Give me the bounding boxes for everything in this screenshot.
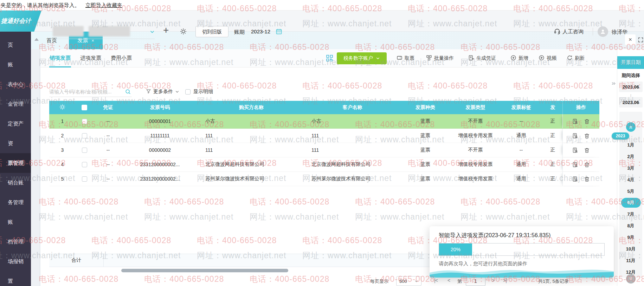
- select-all-checkbox[interactable]: [82, 105, 87, 110]
- search-input[interactable]: [49, 86, 132, 97]
- table-row[interactable]: 5 -- 2331200000002... 苏州莱尔微波技术有限公司 苏州莱尔微…: [49, 172, 599, 186]
- sidebar-item[interactable]: 资: [0, 134, 31, 153]
- sidebar-item[interactable]: 页: [0, 35, 31, 55]
- subtab-expense-receipt[interactable]: 费用小票: [110, 49, 132, 67]
- table-row[interactable]: 3 -- 00000002 111 111 蓝票 不开票 -- 正: [49, 143, 599, 157]
- video-button[interactable]: 视频: [539, 49, 556, 67]
- month-item[interactable]: 6月: [621, 198, 641, 208]
- sidebar-scroll-up-icon[interactable]: [34, 38, 39, 41]
- settings-gear-icon[interactable]: [180, 28, 187, 36]
- gear-icon[interactable]: [59, 104, 65, 111]
- row-checkbox[interactable]: [82, 133, 87, 138]
- tax-digital-account-button[interactable]: 税务数字账户: [337, 52, 387, 64]
- month-item[interactable]: 2月: [621, 151, 641, 162]
- more-filters-button[interactable]: 更多条件: [146, 86, 179, 97]
- view-voucher-icon[interactable]: [572, 162, 578, 168]
- row-select-cell: [76, 114, 93, 128]
- prev-page-button[interactable]: <: [447, 278, 450, 283]
- row-checkbox[interactable]: [82, 148, 87, 153]
- search-icon[interactable]: [125, 89, 131, 96]
- view-voucher-icon[interactable]: [572, 118, 578, 124]
- table-row[interactable]: 2 -- 11111111 111 111 蓝票 增值税专用发票 通用 正: [49, 129, 599, 143]
- generate-voucher-button[interactable]: 生成凭证: [468, 49, 496, 67]
- row-invoice-type: 不开票: [452, 143, 499, 157]
- company-dropdown-chevron-icon[interactable]: [149, 29, 155, 37]
- view-voucher-icon[interactable]: [572, 147, 578, 153]
- row-checkbox[interactable]: [82, 162, 87, 167]
- show-detail-checkbox[interactable]: [185, 89, 191, 95]
- sidebar-item[interactable]: 置: [0, 271, 31, 286]
- row-checkbox[interactable]: [82, 176, 87, 182]
- invoice-table: 凭证 发票号码 购买方名称 客户名称 发票种类 发票类型 发票标签 发 操作 1…: [49, 101, 599, 186]
- sidebar-item[interactable]: 定资产: [0, 114, 31, 134]
- column-settings-header[interactable]: [49, 101, 76, 114]
- sidebar-item[interactable]: 金管理: [0, 94, 31, 114]
- fullscreen-icon[interactable]: [638, 37, 644, 44]
- month-item[interactable]: 9月: [621, 232, 641, 243]
- view-voucher-icon[interactable]: [572, 176, 578, 182]
- close-icon[interactable]: ×: [625, 34, 636, 45]
- sidebar-item[interactable]: 档管理: [0, 232, 31, 252]
- fetch-invoice-label: 取票: [405, 55, 414, 61]
- table-row[interactable]: 1 -- 00000001 小古 小古 蓝票 不开票 -- 正: [49, 114, 599, 129]
- browser-bookmark-bar: 夹是空的，请从其他浏览器导入。立即导入收藏夹: [0, 0, 644, 11]
- sidebar-item[interactable]: 表中心: [0, 74, 31, 94]
- range-end-box[interactable]: 2023.06: [619, 97, 643, 108]
- support-button[interactable]: 人工咨询: [554, 28, 584, 35]
- last-page-button[interactable]: >|: [503, 278, 507, 283]
- months-scroll-down-icon[interactable]: [626, 274, 636, 284]
- months-scroll-up-icon[interactable]: [626, 122, 636, 132]
- invoice-date-button[interactable]: 开票日期: [617, 56, 644, 69]
- toast-title: 智能导入进项发票(2023-06-27 19:31:56.835): [439, 232, 550, 239]
- month-item[interactable]: 5月: [621, 186, 641, 197]
- month-item[interactable]: 11月: [621, 255, 641, 266]
- add-account-button[interactable]: +: [163, 25, 169, 36]
- next-page-button[interactable]: >: [492, 278, 494, 283]
- row-invoice-no: 2331200000002...: [123, 157, 197, 171]
- fetch-invoice-button[interactable]: 取票: [397, 49, 414, 67]
- first-page-button[interactable]: |<: [434, 278, 438, 283]
- horizontal-scrollbar[interactable]: [121, 269, 288, 272]
- switch-old-version-button[interactable]: 切到旧版: [195, 26, 228, 37]
- sidebar-item[interactable]: 票管理: [0, 153, 31, 173]
- month-item[interactable]: 10月: [621, 243, 641, 255]
- batch-operation-label: 批量操作: [434, 55, 454, 61]
- row-customer: 小古: [306, 114, 399, 128]
- batch-operation-button[interactable]: 批量操作: [426, 49, 454, 67]
- period-value[interactable]: 2023-12: [251, 28, 270, 34]
- range-start-box[interactable]: 2023.06: [619, 82, 643, 92]
- delete-icon[interactable]: [584, 133, 590, 139]
- row-invoice-no: 00000002: [123, 143, 197, 157]
- sidebar-item[interactable]: 务管理: [0, 193, 31, 212]
- subtab-sales-invoice[interactable]: 销项发票: [49, 49, 71, 67]
- table-row[interactable]: 4 -- 2331200000002... 北京微波网超科技有限公司 北京微波网…: [49, 157, 599, 172]
- avatar[interactable]: [598, 26, 608, 37]
- period-select-label: 期间选择: [617, 72, 644, 79]
- month-item[interactable]: 8月: [621, 220, 641, 232]
- ticket-icon: [397, 55, 402, 62]
- row-checkbox[interactable]: [82, 119, 87, 124]
- user-name[interactable]: 徐泽华: [612, 29, 627, 35]
- import-bookmarks-link[interactable]: 立即导入收藏夹: [85, 2, 122, 8]
- delete-icon[interactable]: [584, 147, 590, 153]
- qr-code-icon[interactable]: [326, 54, 333, 63]
- sidebar-item[interactable]: 账: [0, 212, 31, 232]
- calendar-icon[interactable]: [276, 28, 282, 36]
- page-number-input[interactable]: [466, 276, 485, 286]
- sidebar-item[interactable]: 场报销: [0, 252, 31, 271]
- delete-icon[interactable]: [584, 162, 590, 168]
- panel-collapse-icon[interactable]: »: [612, 80, 616, 86]
- month-item[interactable]: 7月: [621, 208, 641, 220]
- sidebar-item[interactable]: 销台账: [0, 173, 31, 193]
- sidebar-item[interactable]: 账: [0, 55, 31, 74]
- delete-icon[interactable]: [584, 118, 590, 124]
- subtab-input-invoice[interactable]: 进项发票: [80, 49, 102, 67]
- month-item[interactable]: 4月: [621, 174, 641, 186]
- add-new-button[interactable]: 新增: [510, 49, 528, 67]
- refresh-button[interactable]: 刷新: [567, 49, 585, 67]
- view-voucher-icon[interactable]: [572, 133, 578, 139]
- month-item[interactable]: 3月: [621, 162, 641, 174]
- delete-icon[interactable]: [584, 176, 590, 182]
- month-item[interactable]: 1月: [621, 139, 641, 151]
- per-page-select[interactable]: 500: [396, 276, 421, 286]
